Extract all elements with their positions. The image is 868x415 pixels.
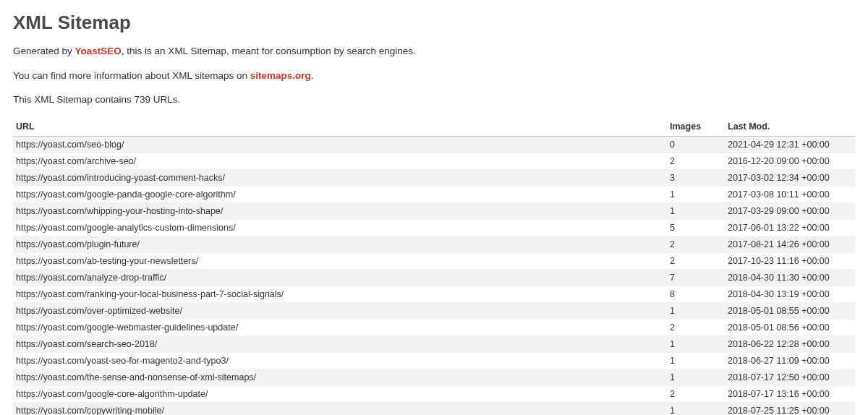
table-row: https://yoast.com/introducing-yoast-comm… [13,169,855,186]
info-suffix: . [311,70,314,81]
cell-images: 7 [667,269,725,286]
url-link[interactable]: https://yoast.com/ab-testing-your-newsle… [16,256,198,266]
url-link[interactable]: https://yoast.com/google-analytics-custo… [16,223,236,233]
cell-url: https://yoast.com/analyze-drop-traffic/ [13,269,667,286]
header-url: URL [13,118,667,137]
table-row: https://yoast.com/plugin-future/22017-08… [13,236,855,252]
url-link[interactable]: https://yoast.com/introducing-yoast-comm… [16,173,225,183]
url-link[interactable]: https://yoast.com/yoast-seo-for-magento2… [16,356,229,366]
cell-url: https://yoast.com/the-sense-and-nonsense… [13,369,667,385]
cell-lastmod: 2021-04-29 12:31 +00:00 [725,136,855,153]
cell-lastmod: 2018-07-17 13:16 +00:00 [725,385,855,402]
cell-images: 1 [667,302,725,319]
info-line: You can find more information about XML … [13,69,855,83]
cell-lastmod: 2016-12-20 09:00 +00:00 [725,153,855,169]
cell-images: 1 [667,202,725,219]
cell-lastmod: 2018-07-25 11:25 +00:00 [725,402,855,415]
url-link[interactable]: https://yoast.com/the-sense-and-nonsense… [16,372,256,382]
cell-images: 1 [667,186,725,202]
table-row: https://yoast.com/the-sense-and-nonsense… [13,369,855,385]
cell-lastmod: 2018-04-30 11:30 +00:00 [725,269,855,286]
cell-url: https://yoast.com/copywriting-mobile/ [13,402,667,415]
cell-url: https://yoast.com/plugin-future/ [13,236,667,252]
url-link[interactable]: https://yoast.com/search-seo-2018/ [16,339,157,349]
cell-images: 2 [667,153,725,169]
table-row: https://yoast.com/analyze-drop-traffic/7… [13,269,855,286]
table-row: https://yoast.com/google-webmaster-guide… [13,319,855,335]
cell-lastmod: 2017-06-01 13:22 +00:00 [725,219,855,236]
cell-images: 2 [667,385,725,402]
table-row: https://yoast.com/google-panda-google-co… [13,186,855,202]
cell-images: 1 [667,352,725,369]
intro-block: Generated by YoastSEO, this is an XML Si… [13,44,855,84]
cell-url: https://yoast.com/over-optimized-website… [13,302,667,319]
url-link[interactable]: https://yoast.com/seo-blog/ [16,140,124,150]
table-row: https://yoast.com/ab-testing-your-newsle… [13,252,855,269]
table-row: https://yoast.com/google-core-algorithm-… [13,385,855,402]
url-link[interactable]: https://yoast.com/ranking-your-local-bus… [16,289,284,299]
url-link[interactable]: https://yoast.com/copywriting-mobile/ [16,406,164,416]
table-row: https://yoast.com/ranking-your-local-bus… [13,286,855,302]
cell-lastmod: 2018-06-27 11:09 +00:00 [725,352,855,369]
url-count: This XML Sitemap contains 739 URLs. [13,94,855,105]
table-row: https://yoast.com/copywriting-mobile/120… [13,402,855,415]
table-row: https://yoast.com/over-optimized-website… [13,302,855,319]
cell-lastmod: 2018-06-22 12:28 +00:00 [725,335,855,352]
generated-prefix: Generated by [13,46,75,56]
cell-images: 2 [667,252,725,269]
url-link[interactable]: https://yoast.com/over-optimized-website… [16,306,182,316]
cell-lastmod: 2018-04-30 13:19 +00:00 [725,286,855,302]
generated-suffix: , this is an XML Sitemap, meant for cons… [122,46,416,56]
table-row: https://yoast.com/archive-seo/22016-12-2… [13,153,855,169]
sitemaps-link[interactable]: sitemaps.org [250,70,311,81]
generated-line: Generated by YoastSEO, this is an XML Si… [13,44,855,59]
cell-images: 1 [667,335,725,352]
url-link[interactable]: https://yoast.com/analyze-drop-traffic/ [16,273,166,283]
cell-url: https://yoast.com/archive-seo/ [13,153,667,169]
info-prefix: You can find more information about XML … [13,70,250,81]
cell-url: https://yoast.com/seo-blog/ [13,136,667,153]
cell-images: 0 [667,136,725,153]
header-images: Images [667,118,725,137]
cell-images: 3 [667,169,725,186]
table-row: https://yoast.com/seo-blog/02021-04-29 1… [13,136,855,153]
cell-images: 1 [667,369,725,385]
cell-lastmod: 2017-10-23 11:16 +00:00 [725,252,855,269]
cell-url: https://yoast.com/whipping-your-hosting-… [13,202,667,219]
cell-images: 2 [667,319,725,335]
cell-url: https://yoast.com/google-analytics-custo… [13,219,667,236]
url-link[interactable]: https://yoast.com/google-webmaster-guide… [16,322,238,333]
cell-url: https://yoast.com/google-panda-google-co… [13,186,667,202]
url-link[interactable]: https://yoast.com/google-core-algorithm-… [16,389,208,399]
table-row: https://yoast.com/whipping-your-hosting-… [13,202,855,219]
cell-url: https://yoast.com/introducing-yoast-comm… [13,169,667,186]
cell-images: 2 [667,236,725,252]
table-row: https://yoast.com/google-analytics-custo… [13,219,855,236]
brand-link[interactable]: YoastSEO [75,46,122,56]
cell-images: 8 [667,286,725,302]
sitemap-table: URL Images Last Mod. https://yoast.com/s… [13,118,855,416]
cell-images: 1 [667,402,725,415]
table-row: https://yoast.com/yoast-seo-for-magento2… [13,352,855,369]
page-title: XML Sitemap [13,12,855,34]
url-link[interactable]: https://yoast.com/whipping-your-hosting-… [16,206,223,216]
cell-url: https://yoast.com/ranking-your-local-bus… [13,286,667,302]
cell-lastmod: 2018-05-01 08:56 +00:00 [725,319,855,335]
cell-lastmod: 2018-05-01 08:55 +00:00 [725,302,855,319]
table-row: https://yoast.com/search-seo-2018/12018-… [13,335,855,352]
url-link[interactable]: https://yoast.com/archive-seo/ [16,156,136,166]
cell-lastmod: 2018-07-17 12:50 +00:00 [725,369,855,385]
url-link[interactable]: https://yoast.com/google-panda-google-co… [16,189,236,200]
cell-url: https://yoast.com/google-core-algorithm-… [13,385,667,402]
url-link[interactable]: https://yoast.com/plugin-future/ [16,239,140,249]
cell-lastmod: 2017-08-21 14:26 +00:00 [725,236,855,252]
cell-url: https://yoast.com/search-seo-2018/ [13,335,667,352]
cell-images: 5 [667,219,725,236]
cell-lastmod: 2017-03-02 12:34 +00:00 [725,169,855,186]
cell-url: https://yoast.com/google-webmaster-guide… [13,319,667,335]
cell-lastmod: 2017-03-29 09:00 +00:00 [725,202,855,219]
header-lastmod: Last Mod. [725,118,855,137]
cell-url: https://yoast.com/ab-testing-your-newsle… [13,252,667,269]
cell-lastmod: 2017-03-08 10:11 +00:00 [725,186,855,202]
cell-url: https://yoast.com/yoast-seo-for-magento2… [13,352,667,369]
